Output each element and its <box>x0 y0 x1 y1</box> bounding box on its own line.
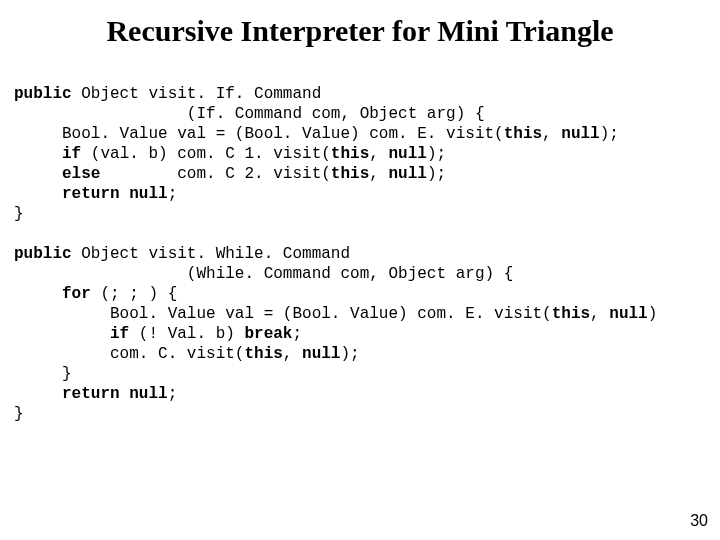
code-text: ); <box>427 145 446 163</box>
keyword-null: null <box>388 145 426 163</box>
code-text: ); <box>427 165 446 183</box>
code-text <box>14 325 110 343</box>
code-text: Bool. Value val = (Bool. Value) com. E. … <box>14 305 552 323</box>
keyword-this: this <box>504 125 542 143</box>
keyword-break: break <box>244 325 292 343</box>
code-text: ; <box>168 185 178 203</box>
code-text: (If. Command com, Object arg) { <box>14 105 484 123</box>
code-text: com. C. visit( <box>14 345 244 363</box>
code-text: Object visit. While. Command <box>72 245 350 263</box>
keyword-if: if <box>62 145 81 163</box>
code-text <box>120 185 130 203</box>
code-text: ; <box>168 385 178 403</box>
keyword-null: null <box>388 165 426 183</box>
keyword-return: return <box>62 385 120 403</box>
code-text: Bool. Value val = (Bool. Value) com. E. … <box>14 125 504 143</box>
code-text: ); <box>600 125 619 143</box>
keyword-public: public <box>14 85 72 103</box>
code-text <box>14 185 62 203</box>
code-text: ); <box>340 345 359 363</box>
slide: Recursive Interpreter for Mini Triangle … <box>0 0 720 540</box>
code-text: } <box>14 365 72 383</box>
keyword-null: null <box>129 385 167 403</box>
keyword-this: this <box>552 305 590 323</box>
keyword-else: else <box>62 165 100 183</box>
keyword-null: null <box>129 185 167 203</box>
code-text: Object visit. If. Command <box>72 85 322 103</box>
keyword-public: public <box>14 245 72 263</box>
code-text <box>14 385 62 403</box>
code-text <box>14 165 62 183</box>
code-text <box>14 145 62 163</box>
keyword-null: null <box>609 305 647 323</box>
page-number: 30 <box>690 512 708 530</box>
keyword-this: this <box>331 165 369 183</box>
code-text: , <box>283 345 302 363</box>
code-block: public Object visit. If. Command (If. Co… <box>14 84 657 424</box>
keyword-this: this <box>331 145 369 163</box>
code-text <box>120 385 130 403</box>
code-text: com. C 2. visit( <box>100 165 330 183</box>
code-text: (While. Command com, Object arg) { <box>14 265 513 283</box>
code-text: (val. b) com. C 1. visit( <box>81 145 331 163</box>
slide-title: Recursive Interpreter for Mini Triangle <box>0 14 720 48</box>
keyword-if: if <box>110 325 129 343</box>
code-text: (! Val. b) <box>129 325 244 343</box>
keyword-for: for <box>62 285 91 303</box>
code-text <box>14 285 62 303</box>
code-text: , <box>542 125 561 143</box>
keyword-this: this <box>244 345 282 363</box>
code-text: , <box>369 165 388 183</box>
code-text: } <box>14 405 24 423</box>
code-text: , <box>590 305 609 323</box>
keyword-null: null <box>302 345 340 363</box>
keyword-return: return <box>62 185 120 203</box>
code-text: } <box>14 205 24 223</box>
code-text: (; ; ) { <box>91 285 177 303</box>
code-text: , <box>369 145 388 163</box>
code-text: ) <box>648 305 658 323</box>
keyword-null: null <box>561 125 599 143</box>
code-text: ; <box>292 325 302 343</box>
